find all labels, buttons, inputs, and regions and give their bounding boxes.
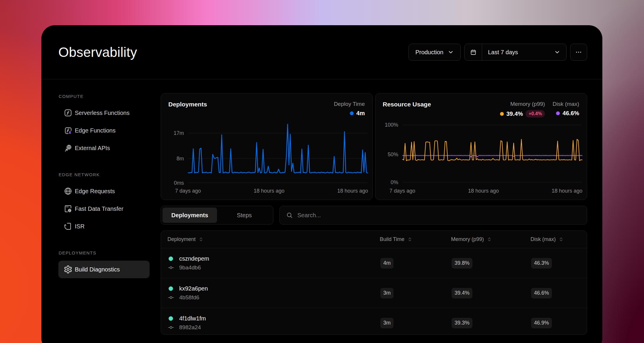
y-axis-label: 100% (375, 122, 398, 128)
y-axis-label: 8m (161, 156, 184, 162)
sidebar-group-label: DEPLOYMENTS (58, 250, 150, 256)
commit-icon (167, 294, 174, 301)
build-time-value: 4m (380, 258, 394, 269)
page-title: Observability (58, 44, 137, 60)
sidebar-item-edge-requests[interactable]: Edge Requests (58, 182, 150, 200)
search-icon (286, 212, 293, 219)
build-time-value: 3m (380, 318, 394, 328)
function-square-icon (64, 108, 72, 117)
table-header-row: DeploymentBuild TimeMemory (p99)Disk (ma… (161, 231, 587, 248)
sort-icon (199, 237, 204, 242)
table-tabs: Deployments Steps (161, 206, 273, 225)
chevron-down-icon (554, 49, 560, 55)
calendar-icon[interactable] (465, 44, 482, 60)
sidebar-nav: COMPUTEServerless FunctionsEdge Function… (58, 93, 150, 335)
tab-steps[interactable]: Steps (217, 208, 272, 223)
chart-cards: Deployments Deploy Time 4m 17m8m0ms 7 da… (161, 93, 587, 200)
more-options-button[interactable] (570, 44, 587, 61)
memory-p99-label: Memory (p99) (510, 101, 545, 107)
sidebar-group: COMPUTEServerless FunctionsEdge Function… (58, 93, 150, 157)
page-refresh-icon (64, 222, 72, 231)
memory-delta-badge: +0.4% (526, 110, 545, 118)
deployments-table: DeploymentBuild TimeMemory (p99)Disk (ma… (161, 230, 587, 335)
table-row[interactable]: 4f1dlw1fm8982a243m39.3%46.9% (161, 308, 587, 335)
y-axis-label: 0ms (161, 180, 184, 186)
status-dot (169, 286, 173, 291)
column-header-memory-p99-[interactable]: Memory (p99) (451, 236, 531, 242)
disk-value: 46.3% (531, 258, 552, 269)
globe-arrow-icon (64, 144, 72, 152)
header-controls: Production Last 7 days (409, 44, 587, 61)
edge-function-icon (64, 126, 72, 135)
observability-panel: Observability Production Last 7 days COM… (41, 25, 602, 343)
data-transfer-icon (64, 204, 72, 213)
deployment-name: kx92a6pen (179, 285, 208, 292)
commit-hash: 9ba4db6 (179, 264, 201, 271)
sort-icon (407, 237, 412, 242)
y-axis-label: 17m (161, 130, 184, 136)
sidebar-item-serverless-functions[interactable]: Serverless Functions (58, 104, 150, 122)
memory-value: 39.8% (452, 258, 472, 269)
disk-value: 46.6% (531, 288, 552, 298)
deployments-chart-card: Deployments Deploy Time 4m 17m8m0ms 7 da… (161, 93, 373, 200)
deployments-card-title: Deployments (168, 101, 207, 108)
column-header-build-time[interactable]: Build Time (380, 236, 451, 242)
sort-icon (559, 237, 564, 242)
sidebar-item-build-diagnostics[interactable]: Build Diagnostics (58, 261, 150, 278)
date-range-group: Last 7 days (464, 44, 567, 61)
commit-icon (167, 324, 174, 331)
ellipsis-icon (575, 49, 582, 56)
chevron-down-icon (448, 49, 454, 55)
table-row[interactable]: kx92a6pen4b58fd63m39.4%46.6% (161, 278, 587, 308)
sidebar-group: DEPLOYMENTSBuild Diagnostics (58, 250, 150, 278)
memory-value: 39.4% (452, 288, 472, 298)
sidebar-group: EDGE NETWORKEdge RequestsFast Data Trans… (58, 172, 150, 235)
y-axis-label: 0% (375, 179, 398, 186)
resource-x-axis: 7 days ago 18 hours ago 18 hours ago (389, 188, 582, 194)
legend-dot-blue (350, 111, 354, 115)
search-input[interactable] (297, 212, 581, 219)
y-axis-label: 50% (375, 152, 398, 158)
memory-value: 39.3% (452, 318, 472, 328)
sidebar-item-external-apis[interactable]: External APIs (58, 139, 150, 157)
resource-usage-card-title: Resource Usage (383, 101, 431, 108)
deploy-time-legend: 4m (350, 110, 365, 117)
tab-deployments[interactable]: Deployments (162, 208, 217, 223)
disk-legend: 46.6% (556, 110, 579, 117)
column-header-disk-max-[interactable]: Disk (max) (531, 236, 587, 242)
build-time-value: 3m (380, 288, 394, 298)
search-box (279, 206, 587, 225)
disk-value: 46.9% (531, 318, 552, 328)
gear-icon (64, 265, 72, 274)
sidebar-group-label: COMPUTE (58, 93, 150, 99)
column-header-deployment[interactable]: Deployment (161, 236, 380, 242)
sidebar-item-isr[interactable]: ISR (58, 218, 150, 235)
sidebar-item-edge-functions[interactable]: Edge Functions (58, 122, 150, 139)
status-dot (169, 257, 173, 261)
date-range-select[interactable]: Last 7 days (482, 44, 566, 60)
legend-dot-orange (500, 112, 504, 116)
legend-dot-purple (556, 111, 560, 115)
sort-icon (487, 237, 492, 242)
deployment-name: cszndepem (179, 255, 209, 262)
disk-max-label: Disk (max) (553, 101, 579, 107)
deployments-x-axis: 7 days ago 18 hours ago 18 hours ago (175, 188, 368, 194)
commit-icon (167, 264, 174, 271)
memory-legend: 39.4% +0.4% (500, 110, 545, 118)
globe-icon (64, 187, 72, 196)
table-row[interactable]: cszndepem9ba4db64m39.8%46.3% (161, 248, 587, 278)
sidebar-group-label: EDGE NETWORK (58, 172, 150, 177)
status-dot (169, 316, 173, 321)
page-header: Observability Production Last 7 days (41, 25, 602, 79)
table-toolbar: Deployments Steps (161, 206, 587, 225)
commit-hash: 8982a24 (179, 324, 201, 331)
deployment-name: 4f1dlw1fm (179, 315, 206, 322)
deploy-time-label: Deploy Time (334, 101, 365, 107)
environment-select[interactable]: Production (409, 44, 461, 61)
resource-usage-chart-card: Resource Usage Memory (p99) 39.4% +0.4% … (375, 93, 587, 200)
sidebar-item-fast-data-transfer[interactable]: Fast Data Transfer (58, 200, 150, 218)
commit-hash: 4b58fd6 (179, 294, 199, 301)
